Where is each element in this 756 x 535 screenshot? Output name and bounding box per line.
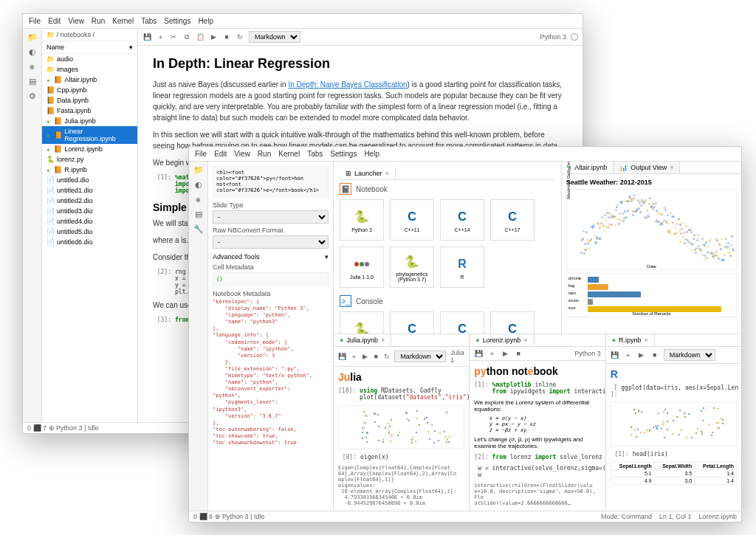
add-icon[interactable]: ＋ [351,352,357,361]
menu-view[interactable]: View [68,17,84,25]
menu-run[interactable]: Run [92,17,105,25]
menu-kernel[interactable]: Kernel [112,17,134,25]
format-select[interactable]: Markdown [664,349,715,361]
extension-icon[interactable]: 🔧 [193,224,204,234]
menu-kernel[interactable]: Kernel [278,150,300,158]
file-item-fasta-ipynb[interactable]: 📙Fasta.ipynb [42,106,137,116]
menu-tabs[interactable]: Tabs [307,150,323,158]
save-icon[interactable]: 💾 [142,32,151,41]
file-item-altair-ipynb[interactable]: 📙Altair.ipynb [42,75,137,85]
restart-icon[interactable]: ↻ [236,32,244,41]
close-icon[interactable]: × [385,170,389,177]
save-icon[interactable]: 💾 [338,352,346,361]
menu-edit[interactable]: Edit [214,150,227,158]
add-icon[interactable]: ＋ [624,351,633,359]
tab-r[interactable]: ●R.ipynb× [606,334,655,346]
file-item-untitled6-dio[interactable]: 📄untitled6.dio [42,237,137,247]
notebook-metadata-json[interactable]: "kernelspec": { "display_name": "Python … [213,299,329,446]
kernel-name[interactable]: Python 3 [574,350,601,357]
file-item-untitled5-dio[interactable]: 📄untitled5.dio [42,227,137,237]
kernel-name[interactable]: Julia 1 [450,349,464,364]
launch-python-3[interactable]: 🐍Python 3 [340,311,384,334]
name-column-header[interactable]: Name▾ [42,41,137,54]
paste-icon[interactable]: 📋 [196,32,205,41]
tab-output-view[interactable]: 📊Output View× [614,162,680,173]
commands-icon[interactable]: ⎈ [27,61,38,72]
menu-view[interactable]: View [234,150,250,158]
copy-icon[interactable]: ⧉ [182,32,191,41]
tab-launcher[interactable]: ⊞Launcher× [340,168,396,179]
file-item-julia-ipynb[interactable]: 📙Julia.ipynb [42,116,137,126]
running-icon[interactable]: ◐ [27,46,38,57]
file-item-linear-regression-ipynb[interactable]: 📙Linear Regression.ipynb [42,126,137,144]
advanced-tools-header[interactable]: Advanced Tools▾ [213,253,329,260]
add-cell-icon[interactable]: ＋ [156,32,165,41]
running-icon[interactable]: ◐ [193,179,204,190]
tab-lorenz[interactable]: ●Lorenz.ipynb× [470,334,534,346]
launch-c-11[interactable]: CC++11 [390,311,434,334]
launch-c-14[interactable]: CC++14 [440,311,484,334]
breadcrumb[interactable]: 📁 / notebooks / [42,29,137,41]
menu-tabs[interactable]: Tabs [141,17,157,25]
launch-c-14[interactable]: CC++14 [440,199,484,241]
menu-help[interactable]: Help [198,17,213,25]
menu-help[interactable]: Help [364,150,379,158]
file-item-untitled3-dio[interactable]: 📄untitled3.dio [42,206,137,216]
save-icon[interactable]: 💾 [611,351,619,359]
nbconvert-select[interactable]: - [213,235,329,249]
folder-icon[interactable]: 📁 [27,32,38,42]
run-icon[interactable]: ▶ [362,352,368,361]
close-icon[interactable]: × [381,336,385,344]
folder-icon[interactable]: 📁 [193,165,204,175]
menu-settings[interactable]: Settings [164,17,190,25]
extension-icon[interactable]: ⚙ [27,91,38,101]
naive-bayes-link[interactable]: In Depth: Naive Bayes Classification [288,80,407,89]
file-item-untitled-dio[interactable]: 📄untitled.dio [42,175,137,185]
launch-c-17[interactable]: CC++17 [490,311,535,334]
launch-julia-1-1-0[interactable]: Julia 1.1.0 [340,246,384,288]
tabs-icon[interactable]: ▤ [193,209,204,219]
file-item-data-ipynb[interactable]: 📙Data.ipynb [42,95,137,106]
launch-c-11[interactable]: CC++11 [390,199,434,241]
menu-settings[interactable]: Settings [330,150,357,158]
file-item-r-ipynb[interactable]: 📙R.ipynb [42,165,137,175]
close-icon[interactable]: × [645,336,648,344]
launch-phylogenetics-python-3-7-[interactable]: 🐍phylogenetics (Python 3.7) [390,246,434,288]
cell-metadata-value[interactable]: {} [213,272,329,286]
stop-icon[interactable]: ■ [373,352,379,361]
file-item-untitled4-dio[interactable]: 📄untitled4.dio [42,216,137,227]
tabs-icon[interactable]: ▤ [27,76,38,86]
file-item-cpp-ipynb[interactable]: 📙Cpp.ipynb [42,85,137,95]
close-icon[interactable]: × [670,164,673,171]
slide-type-select[interactable]: - [213,210,329,224]
launch-python-3[interactable]: 🐍Python 3 [340,199,384,241]
file-item-lorenz-py[interactable]: 🐍lorenz.py [42,154,137,165]
add-icon[interactable]: ＋ [487,349,496,358]
menu-run[interactable]: Run [258,150,271,158]
launch-c-17[interactable]: CC++17 [490,199,535,241]
run-icon[interactable]: ▶ [501,349,509,358]
file-item-untitled2-dio[interactable]: 📄untitled2.dio [42,196,137,206]
run-icon[interactable]: ▶ [637,351,646,359]
file-item-audio[interactable]: 📁audio [42,54,137,64]
tab-julia[interactable]: ●Julia.ipynb× [334,334,391,346]
file-item-images[interactable]: 📁images [42,64,137,75]
cut-icon[interactable]: ✂ [169,32,178,41]
close-icon[interactable]: × [523,336,527,344]
run-icon[interactable]: ▶ [209,32,218,41]
restart-icon[interactable]: ↻ [384,352,391,361]
commands-icon[interactable]: ⎈ [193,194,204,204]
menu-file[interactable]: File [195,150,207,158]
cell-format-select[interactable]: Markdown [249,31,300,43]
stop-icon[interactable]: ■ [650,351,659,359]
file-item-lorenz-ipynb[interactable]: 📙Lorenz.ipynb [42,144,137,154]
format-select[interactable]: Markdown [394,351,446,362]
stop-icon[interactable]: ■ [514,349,523,358]
kernel-name[interactable]: Python 3 [540,33,566,41]
save-icon[interactable]: 💾 [474,349,483,358]
menu-edit[interactable]: Edit [48,17,61,25]
menu-file[interactable]: File [29,17,41,25]
stop-icon[interactable]: ■ [222,32,231,41]
launch-r[interactable]: RR [440,246,484,288]
file-item-untitled1-dio[interactable]: 📄untitled1.dio [42,185,137,196]
